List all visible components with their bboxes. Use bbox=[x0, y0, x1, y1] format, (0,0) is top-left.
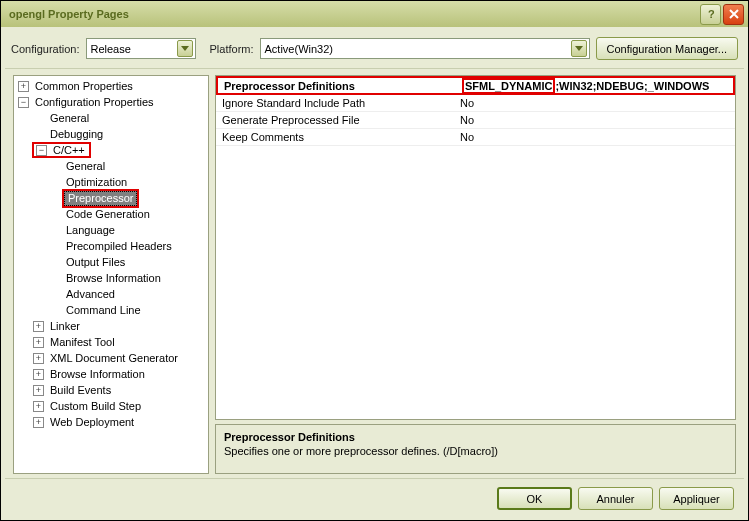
grid-key: Generate Preprocessed File bbox=[216, 114, 456, 126]
tree-ccpp-language[interactable]: Language bbox=[14, 222, 208, 238]
collapse-icon[interactable]: − bbox=[36, 145, 47, 156]
expand-icon[interactable]: + bbox=[33, 401, 44, 412]
configuration-dropdown[interactable]: Release bbox=[86, 38, 196, 59]
expand-icon[interactable]: + bbox=[18, 81, 29, 92]
tree-configuration-properties[interactable]: −Configuration Properties bbox=[14, 94, 208, 110]
tree-xmldoc[interactable]: +XML Document Generator bbox=[14, 350, 208, 366]
expand-icon[interactable]: + bbox=[33, 337, 44, 348]
platform-label: Platform: bbox=[210, 43, 254, 55]
grid-row-preprocessor-definitions[interactable]: Preprocessor Definitions SFML_DYNAMIC;WI… bbox=[216, 76, 735, 95]
tree-manifest[interactable]: +Manifest Tool bbox=[14, 334, 208, 350]
tree-webdeploy[interactable]: +Web Deployment bbox=[14, 414, 208, 430]
tree-custombuild[interactable]: +Custom Build Step bbox=[14, 398, 208, 414]
window-title: opengl Property Pages bbox=[9, 8, 698, 20]
grid-value: No bbox=[456, 114, 735, 126]
description-text: Specifies one or more preprocessor defin… bbox=[224, 445, 727, 457]
close-button[interactable] bbox=[723, 4, 744, 25]
tree-browseinfo[interactable]: +Browse Information bbox=[14, 366, 208, 382]
dialog-buttons: OK Annuler Appliquer bbox=[5, 478, 744, 520]
apply-button[interactable]: Appliquer bbox=[659, 487, 734, 510]
tree-ccpp-output[interactable]: Output Files bbox=[14, 254, 208, 270]
right-panel: Preprocessor Definitions SFML_DYNAMIC;WI… bbox=[215, 75, 736, 474]
expand-icon[interactable]: + bbox=[33, 369, 44, 380]
expand-icon[interactable]: + bbox=[33, 353, 44, 364]
grid-row-keep-comments[interactable]: Keep Comments No bbox=[216, 129, 735, 146]
configuration-manager-button[interactable]: Configuration Manager... bbox=[596, 37, 738, 60]
config-toolbar: Configuration: Release Platform: Active(… bbox=[1, 27, 748, 68]
tree-ccpp-preprocessor[interactable]: Preprocessor bbox=[14, 190, 208, 206]
grid-key: Ignore Standard Include Path bbox=[216, 97, 456, 109]
tree-ccpp-advanced[interactable]: Advanced bbox=[14, 286, 208, 302]
expand-icon[interactable]: + bbox=[33, 385, 44, 396]
description-title: Preprocessor Definitions bbox=[224, 431, 727, 443]
grid-value: No bbox=[456, 97, 735, 109]
chevron-down-icon bbox=[177, 40, 193, 57]
tree-ccpp-general[interactable]: General bbox=[14, 158, 208, 174]
ok-button[interactable]: OK bbox=[497, 487, 572, 510]
expand-icon[interactable]: + bbox=[33, 321, 44, 332]
collapse-icon[interactable]: − bbox=[18, 97, 29, 108]
main-area: +Common Properties −Configuration Proper… bbox=[5, 68, 744, 478]
configuration-label: Configuration: bbox=[11, 43, 80, 55]
tree-debugging[interactable]: Debugging bbox=[14, 126, 208, 142]
tree-ccpp-precompiled[interactable]: Precompiled Headers bbox=[14, 238, 208, 254]
expand-icon[interactable]: + bbox=[33, 417, 44, 428]
property-pages-window: opengl Property Pages ? Configuration: R… bbox=[0, 0, 749, 521]
tree-ccpp[interactable]: −C/C++ bbox=[14, 142, 208, 158]
cancel-button[interactable]: Annuler bbox=[578, 487, 653, 510]
platform-dropdown[interactable]: Active(Win32) bbox=[260, 38, 590, 59]
configuration-value: Release bbox=[91, 43, 177, 55]
grid-key: Preprocessor Definitions bbox=[218, 80, 458, 92]
grid-key: Keep Comments bbox=[216, 131, 456, 143]
description-panel: Preprocessor Definitions Specifies one o… bbox=[215, 424, 736, 474]
property-grid[interactable]: Preprocessor Definitions SFML_DYNAMIC;WI… bbox=[215, 75, 736, 420]
grid-row-ignore-std-include[interactable]: Ignore Standard Include Path No bbox=[216, 95, 735, 112]
svg-text:?: ? bbox=[708, 8, 715, 20]
tree-buildevents[interactable]: +Build Events bbox=[14, 382, 208, 398]
chevron-down-icon bbox=[571, 40, 587, 57]
tree-panel[interactable]: +Common Properties −Configuration Proper… bbox=[13, 75, 209, 474]
titlebar: opengl Property Pages ? bbox=[1, 1, 748, 27]
help-button[interactable]: ? bbox=[700, 4, 721, 25]
highlighted-value: SFML_DYNAMIC bbox=[462, 78, 555, 94]
tree-general[interactable]: General bbox=[14, 110, 208, 126]
tree-linker[interactable]: +Linker bbox=[14, 318, 208, 334]
tree-ccpp-browse[interactable]: Browse Information bbox=[14, 270, 208, 286]
tree-ccpp-cmdline[interactable]: Command Line bbox=[14, 302, 208, 318]
tree-common-properties[interactable]: +Common Properties bbox=[14, 78, 208, 94]
platform-value: Active(Win32) bbox=[265, 43, 571, 55]
tree-ccpp-codegen[interactable]: Code Generation bbox=[14, 206, 208, 222]
grid-value: SFML_DYNAMIC;WIN32;NDEBUG;_WINDOWS bbox=[458, 80, 733, 92]
grid-value: No bbox=[456, 131, 735, 143]
grid-row-generate-preprocessed[interactable]: Generate Preprocessed File No bbox=[216, 112, 735, 129]
